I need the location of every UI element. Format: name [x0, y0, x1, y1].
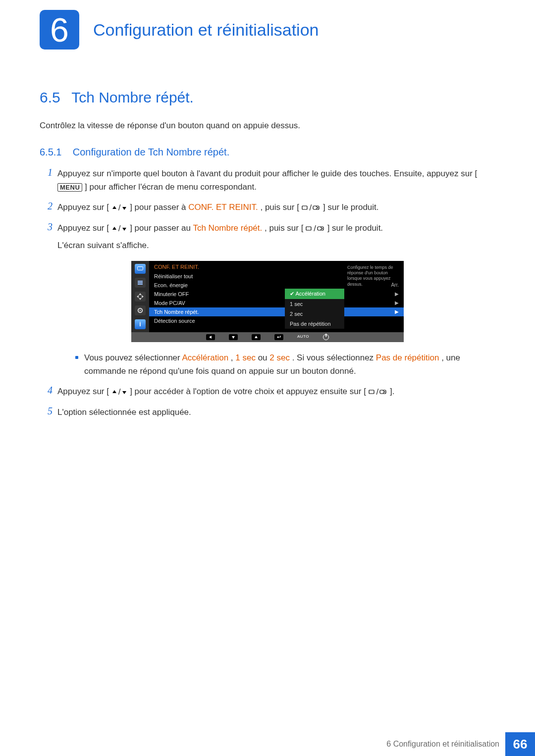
svg-rect-6: [306, 227, 311, 230]
page-content: 6.5 Tch Nombre répét. Contrôlez la vites…: [0, 50, 535, 419]
page-footer: 6 Configuration et réinitialisation 66: [0, 732, 535, 756]
osd-option-2sec: 2 sec: [285, 309, 344, 319]
subsection-number: 6.5.1: [40, 147, 61, 157]
step-list: 1 Appuyez sur n'importe quel bouton à l'…: [40, 167, 495, 419]
display-source-icon: /: [306, 222, 325, 235]
step-4: 4 Appuyez sur [ / ] pour accéder à l'opt…: [40, 385, 495, 399]
highlight-2sec: 2 sec: [269, 353, 290, 362]
osd-option-norepeat: Pas de répétition: [285, 319, 344, 329]
step-text: Appuyez sur [ / ] pour accéder à l'optio…: [57, 385, 395, 399]
step-number: 1: [40, 167, 53, 178]
svg-rect-8: [138, 266, 143, 270]
menu-key-icon: MENU: [57, 183, 82, 192]
svg-marker-13: [139, 298, 142, 300]
section-heading: 6.5 Tch Nombre répét.: [40, 89, 495, 106]
svg-marker-0: [112, 206, 116, 209]
up-down-arrows-icon: /: [111, 201, 128, 214]
display-source-icon: /: [302, 201, 321, 214]
subsection-title: Configuration de Tch Nombre répét.: [73, 147, 229, 157]
list-icon: [135, 278, 146, 288]
auto-button-label: AUTO: [297, 334, 309, 340]
svg-marker-20: [255, 336, 258, 338]
svg-marker-4: [112, 227, 116, 230]
step-3: 3 Appuyez sur [ / ] pour passer au Tch N…: [40, 221, 495, 252]
svg-point-17: [140, 309, 141, 311]
highlight-conf-reinit: CONF. ET REINIT.: [188, 202, 258, 212]
bullet-block: Vous pouvez sélectionner Accélération , …: [75, 351, 495, 378]
text: ] pour accéder à l'option de votre choix…: [130, 387, 366, 396]
subsection-heading: 6.5.1 Configuration de Tch Nombre répét.: [40, 147, 495, 158]
svg-rect-24: [369, 390, 374, 394]
text: Appuyez sur [: [57, 202, 109, 212]
section-number: 6.5: [40, 89, 60, 105]
step-text: Appuyez sur n'importe quel bouton à l'av…: [57, 167, 495, 194]
text: Appuyez sur [: [57, 223, 109, 233]
svg-marker-21: [277, 336, 278, 338]
text: , puis sur [: [260, 202, 299, 212]
svg-marker-1: [122, 207, 126, 210]
osd-screenshot: i CONF. ET REINIT. Réinitialiser tout Ec…: [131, 261, 404, 342]
footer-chapter-label: 6 Configuration et réinitialisation: [386, 740, 499, 749]
info-icon: i: [135, 319, 146, 329]
osd-item-timer: Minuterie OFF▶: [149, 290, 404, 299]
display-source-icon: /: [369, 385, 388, 399]
svg-marker-5: [122, 228, 126, 231]
text: ] sur le produit.: [327, 223, 383, 233]
up-down-arrows-icon: /: [111, 385, 128, 399]
step-number: 5: [40, 405, 53, 417]
svg-marker-14: [137, 295, 139, 298]
svg-rect-9: [138, 281, 143, 282]
step-number: 2: [40, 201, 53, 212]
osd-sidebar: i: [131, 261, 149, 332]
step-2: 2 Appuyez sur [ / ] pour passer à CONF. …: [40, 201, 495, 214]
section-title: Tch Nombre répét.: [71, 89, 194, 105]
osd-option-1sec: 1 sec: [285, 299, 344, 309]
step-number: 3: [40, 221, 53, 233]
text: Appuyez sur [: [57, 387, 109, 396]
bullet-item: Vous pouvez sélectionner Accélération , …: [75, 351, 495, 378]
text: Appuyez sur n'importe quel bouton à l'av…: [57, 169, 477, 178]
left-arrow-icon: [206, 334, 215, 340]
up-arrow-icon: [252, 334, 261, 340]
monitor-icon: [135, 264, 146, 274]
svg-marker-15: [142, 295, 144, 298]
text: ].: [390, 387, 394, 396]
svg-marker-22: [112, 390, 116, 393]
text: ] sur le produit.: [323, 202, 378, 212]
osd-item-mode: Mode PC/AV▶: [149, 299, 404, 307]
chapter-title: Configuration et réinitialisation: [93, 20, 319, 40]
osd-submenu: ✔ Accélération 1 sec 2 sec Pas de répéti…: [285, 289, 344, 329]
text: L'écran suivant s'affiche.: [57, 241, 149, 250]
step-text: Appuyez sur [ / ] pour passer à CONF. ET…: [57, 201, 379, 214]
step-text: Appuyez sur [ / ] pour passer au Tch Nom…: [57, 221, 383, 252]
svg-marker-23: [122, 391, 126, 394]
osd-item-repeat-selected: Tch Nombre répét.▶: [149, 307, 404, 316]
text: , puis sur [: [265, 223, 303, 233]
svg-marker-12: [139, 293, 142, 295]
footer-page-number: 66: [505, 732, 535, 756]
highlight-pasderepetition: Pas de répétition: [376, 353, 439, 362]
highlight-tch-repet: Tch Nombre répét.: [193, 223, 262, 233]
gear-icon: [135, 305, 146, 315]
up-down-arrows-icon: /: [111, 222, 128, 235]
step-text: L'option sélectionnée est appliquée.: [57, 405, 191, 419]
svg-rect-11: [138, 284, 143, 285]
svg-marker-18: [209, 336, 212, 339]
arrows-icon: [135, 292, 146, 302]
highlight-1sec: 1 sec: [235, 353, 256, 362]
svg-marker-19: [232, 336, 235, 339]
bullet-text: Vous pouvez sélectionner Accélération , …: [84, 351, 495, 378]
step-1: 1 Appuyez sur n'importe quel bouton à l'…: [40, 167, 495, 194]
svg-rect-2: [302, 206, 307, 209]
down-arrow-icon: [229, 334, 238, 340]
svg-rect-10: [138, 282, 143, 283]
enter-icon: [274, 334, 283, 340]
section-intro: Contrôlez la vitesse de réponse d'un bou…: [40, 121, 495, 131]
osd-item-detect: Détection source: [149, 316, 404, 325]
bullet-dot-icon: [75, 356, 78, 359]
step-number: 4: [40, 385, 53, 396]
osd-option-acceleration: ✔ Accélération: [285, 289, 344, 299]
step-5: 5 L'option sélectionnée est appliquée.: [40, 405, 495, 419]
text: ] pour passer à: [130, 202, 188, 212]
chapter-number-badge: 6: [40, 10, 79, 50]
